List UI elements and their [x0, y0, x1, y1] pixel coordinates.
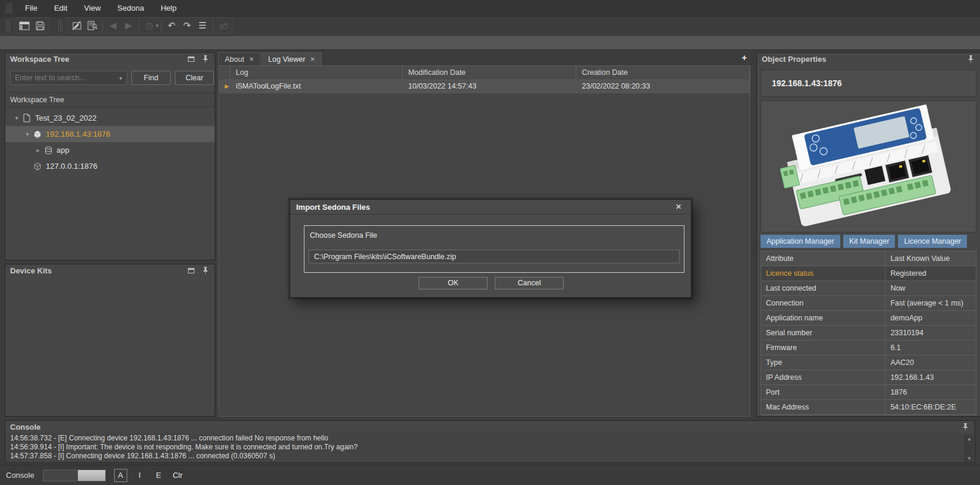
attribute-row-last-connected[interactable]: Last connected Now: [761, 281, 976, 296]
dialog-title-bar[interactable]: Import Sedona Files ✕: [290, 200, 691, 215]
navigate-forward-icon[interactable]: ▶: [121, 18, 136, 33]
menu-bar: File Edit View Sedona Help: [0, 0, 980, 17]
tab-close-icon[interactable]: ✕: [249, 56, 254, 62]
console-scrollbar[interactable]: ▲ ▼: [965, 435, 973, 462]
search-combo[interactable]: ▾: [10, 71, 127, 85]
secondary-toolbar: [0, 36, 980, 50]
attribute-row-mac-address[interactable]: Mac Address 54:10:EC:6B:DE:2E: [761, 400, 976, 415]
col-modification-date[interactable]: Modification Date: [402, 66, 576, 80]
scroll-up-icon[interactable]: ▲: [967, 436, 972, 442]
save-workspace-icon[interactable]: [32, 18, 48, 33]
cancel-button[interactable]: Cancel: [495, 277, 564, 289]
toolbar-grip-2[interactable]: [58, 20, 63, 32]
toolbar-grip-1[interactable]: [6, 20, 11, 32]
statusbar-console-label: Console: [6, 471, 34, 480]
console-header: Console: [5, 421, 975, 433]
console-title: Console: [10, 423, 40, 432]
undo-icon[interactable]: ↶: [164, 18, 180, 33]
tree-node-project[interactable]: ▾ Test_23_02_2022: [5, 110, 215, 126]
menu-view[interactable]: View: [76, 1, 109, 15]
tab-label: Log Viewer: [268, 55, 305, 64]
menu-file[interactable]: File: [17, 1, 46, 15]
pin-icon[interactable]: [960, 423, 970, 431]
aac20-device-image: [762, 102, 976, 231]
menubar-grip[interactable]: [6, 3, 12, 14]
tab-log-viewer[interactable]: Log Viewer ✕: [262, 52, 322, 65]
menu-help[interactable]: Help: [152, 1, 185, 15]
attribute-row-connection[interactable]: Connection Fast (average < 1 ms): [761, 296, 976, 311]
object-properties-header: Object Properties: [757, 53, 980, 65]
console-verbosity-slider[interactable]: [43, 470, 106, 481]
clear-button[interactable]: Clear: [175, 71, 214, 85]
project-file-icon: [21, 114, 33, 122]
tree-node-app[interactable]: ▸ app: [5, 142, 215, 158]
attribute-row-ip-address[interactable]: IP Address 192.168.1.43: [761, 370, 976, 385]
attributes-table: Attribute Last Known Value Licence statu…: [761, 251, 976, 415]
expander-icon[interactable]: ▾: [12, 115, 21, 121]
scroll-down-icon[interactable]: ▼: [967, 456, 972, 461]
manager-buttons: Application Manager Kit Manager Licence …: [761, 235, 976, 248]
find-in-project-icon[interactable]: [84, 18, 100, 33]
device-icon: [32, 130, 43, 138]
tab-label: About: [225, 55, 244, 64]
expander-icon[interactable]: ▸: [34, 147, 42, 153]
edit-mode-icon[interactable]: [69, 18, 84, 33]
log-list-icon[interactable]: ☰: [195, 18, 211, 33]
kit-manager-button[interactable]: Kit Manager: [843, 235, 895, 248]
tab-close-icon[interactable]: ✕: [310, 56, 315, 62]
col-attribute[interactable]: Attribute: [761, 251, 885, 266]
find-button[interactable]: Find: [131, 71, 171, 85]
navigate-back-icon[interactable]: ◀: [105, 18, 121, 33]
tree-node-device-selected[interactable]: ▾ 192.168.1.43:1876: [5, 126, 215, 142]
pin-icon[interactable]: [966, 55, 975, 63]
pin-icon[interactable]: [200, 55, 210, 63]
workspace-layout-icon[interactable]: [17, 18, 32, 33]
sedona-file-path-input[interactable]: [309, 250, 680, 263]
row-expander-icon[interactable]: ▶: [219, 80, 230, 93]
filter-info-button[interactable]: I: [133, 469, 146, 482]
search-dropdown-icon[interactable]: ▾: [115, 75, 127, 81]
menu-edit[interactable]: Edit: [46, 1, 76, 15]
console-line: 14:57:37.858 - [I] Connecting device 192…: [10, 452, 970, 461]
application-manager-button[interactable]: Application Manager: [761, 235, 840, 248]
history-dropdown-icon[interactable]: ▾: [156, 23, 159, 29]
ok-button[interactable]: OK: [419, 277, 488, 289]
float-window-icon[interactable]: [186, 266, 196, 275]
filter-all-button[interactable]: A: [114, 469, 127, 482]
log-table-row[interactable]: ▶ iSMAToolLogFile.txt 10/03/2022 14:57:4…: [219, 80, 750, 93]
workspace-tree-title: Workspace Tree: [10, 55, 69, 64]
attribute-row-serial-number[interactable]: Serial number 23310194: [761, 326, 976, 341]
pin-icon[interactable]: [200, 266, 210, 275]
float-window-icon[interactable]: [186, 55, 196, 63]
tree-node-label: app: [56, 146, 70, 155]
dialog-close-icon[interactable]: ✕: [672, 203, 685, 211]
col-log[interactable]: Log: [230, 66, 402, 80]
log-table-header-row: Log Modification Date Creation Date: [219, 66, 750, 80]
history-icon[interactable]: ◷: [142, 18, 157, 33]
attribute-row-type[interactable]: Type AAC20: [761, 355, 976, 370]
attribute-row-port[interactable]: Port 1876: [761, 385, 976, 400]
tree-node-localhost[interactable]: 127.0.0.1:1876: [5, 158, 215, 174]
attribute-row-licence-status[interactable]: Licence status Registered: [761, 266, 976, 281]
device-upload-icon[interactable]: [216, 18, 231, 33]
tab-about[interactable]: About ✕: [218, 52, 260, 65]
col-last-known-value[interactable]: Last Known Value: [885, 251, 976, 266]
log-table: Log Modification Date Creation Date ▶ iS…: [219, 66, 750, 93]
import-sedona-files-dialog: Import Sedona Files ✕ Choose Sedona File…: [290, 199, 692, 298]
licence-manager-button[interactable]: Licence Manager: [898, 235, 967, 248]
attribute-row-firmware[interactable]: Firmware 6.1: [761, 341, 976, 355]
filter-error-button[interactable]: E: [152, 469, 165, 482]
object-properties-title: Object Properties: [762, 55, 826, 64]
expander-icon[interactable]: ▾: [23, 131, 32, 137]
tree-search-row: ▾ Find Clear: [5, 65, 215, 90]
dialog-buttons: OK Cancel: [290, 277, 692, 289]
toolbar-grip-3[interactable]: [6, 37, 11, 49]
redo-icon[interactable]: ↷: [180, 18, 195, 33]
search-input[interactable]: [11, 74, 115, 82]
attribute-row-application-name[interactable]: Application name demoApp: [761, 311, 976, 326]
col-creation-date[interactable]: Creation Date: [576, 66, 750, 80]
add-tab-icon[interactable]: +: [742, 52, 747, 62]
device-address-title: 192.168.1.43:1876: [761, 70, 976, 97]
menu-sedona[interactable]: Sedona: [109, 1, 152, 15]
clear-console-button[interactable]: Clr: [171, 469, 184, 482]
